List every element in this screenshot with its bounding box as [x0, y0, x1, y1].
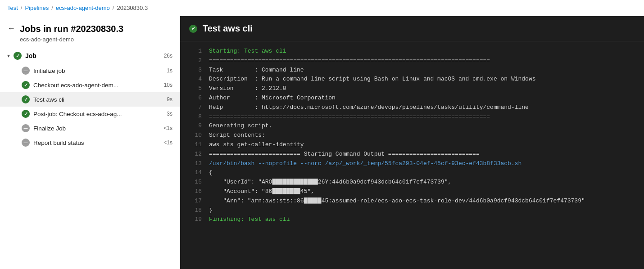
line-number: 5 — [187, 84, 202, 94]
job-group: ▾ Job 26s Initialize job 1s Checkout ecs… — [0, 48, 180, 150]
breadcrumb-run: 20230830.3 — [117, 4, 148, 11]
line-number: 14 — [187, 168, 202, 178]
job-item-duration: 10s — [164, 82, 172, 88]
job-group-duration: 26s — [164, 53, 172, 59]
line-content: Version : 2.212.0 — [209, 84, 286, 94]
log-line: 14{ — [180, 168, 644, 178]
line-content: /usr/bin/bash --noprofile --norc /azp/_w… — [209, 159, 522, 169]
job-item-name: Test aws cli — [33, 96, 163, 103]
line-number: 3 — [187, 66, 202, 75]
line-content: Finishing: Test aws cli — [209, 215, 290, 224]
line-content: ========================== Starting Comm… — [209, 150, 480, 159]
line-number: 4 — [187, 75, 202, 84]
job-item[interactable]: Checkout ecs-ado-agent-dem... 10s — [0, 78, 180, 92]
job-item-status-icon — [22, 110, 30, 118]
log-line: 8=======================================… — [180, 112, 644, 122]
job-item-name: Post-job: Checkout ecs-ado-ag... — [33, 111, 163, 117]
job-item-status-icon — [22, 81, 30, 89]
line-content: "Arn": "arn:aws:sts::86█████45:assumed-r… — [209, 197, 585, 206]
job-item-duration: 9s — [167, 96, 172, 103]
line-number: 13 — [187, 159, 202, 169]
line-number: 10 — [187, 131, 202, 140]
right-panel: Test aws cli 1Starting: Test aws cli2===… — [180, 16, 644, 269]
log-line: 17 "Arn": "arn:aws:sts::86█████45:assume… — [180, 197, 644, 206]
log-line: 5Version : 2.212.0 — [180, 84, 644, 94]
log-line: 9Generating script. — [180, 121, 644, 131]
job-item-duration: <1s — [163, 139, 172, 146]
line-content: "Account": "86████████45", — [209, 187, 314, 197]
line-number: 11 — [187, 140, 202, 150]
log-line: 15 "UserId": "ARO█████████████26Y:44d6b0… — [180, 178, 644, 187]
line-number: 17 — [187, 197, 202, 206]
chevron-down-icon: ▾ — [7, 53, 10, 59]
job-item-duration: <1s — [163, 125, 172, 131]
line-number: 7 — [187, 103, 202, 112]
terminal-status-icon — [189, 25, 197, 33]
line-number: 1 — [187, 47, 202, 56]
main-layout: ← Jobs in run #20230830.3 ecs-ado-agent-… — [0, 16, 644, 269]
breadcrumb-pipeline-name[interactable]: ecs-ado-agent-demo — [56, 4, 110, 11]
job-item[interactable]: Report build status <1s — [0, 135, 180, 150]
line-content: Help : https://docs.microsoft.com/azure/… — [209, 103, 529, 112]
line-number: 2 — [187, 56, 202, 66]
log-line: 7Help : https://docs.microsoft.com/azure… — [180, 103, 644, 112]
log-line: 11aws sts get-caller-identity — [180, 140, 644, 150]
line-content: Generating script. — [209, 121, 272, 131]
breadcrumb-pipelines[interactable]: Pipelines — [25, 4, 49, 11]
log-line: 6Author : Microsoft Corporation — [180, 94, 644, 103]
log-line: 13/usr/bin/bash --noprofile --norc /azp/… — [180, 159, 644, 169]
line-number: 9 — [187, 121, 202, 131]
breadcrumb-test[interactable]: Test — [7, 4, 18, 11]
line-content: aws sts get-caller-identity — [209, 140, 304, 150]
panel-subtitle: ecs-ado-agent-demo — [20, 36, 180, 48]
line-content: ========================================… — [209, 56, 490, 66]
left-panel: ← Jobs in run #20230830.3 ecs-ado-agent-… — [0, 16, 180, 269]
job-item-status-icon — [22, 95, 30, 103]
log-line: 3Task : Command line — [180, 66, 644, 75]
terminal-title: Test aws cli — [203, 23, 253, 34]
job-item-duration: 1s — [167, 67, 172, 74]
log-line: 4Description : Run a command line script… — [180, 75, 644, 84]
job-item-status-icon — [22, 67, 30, 75]
line-content: Author : Microsoft Corporation — [209, 94, 336, 103]
back-button[interactable]: ← — [7, 23, 15, 32]
log-line: 2=======================================… — [180, 56, 644, 66]
job-item-name: Initialize job — [33, 67, 163, 74]
job-item[interactable]: Finalize Job <1s — [0, 121, 180, 135]
log-line: 1Starting: Test aws cli — [180, 47, 644, 56]
log-line: 10Script contents: — [180, 131, 644, 140]
line-number: 18 — [187, 206, 202, 215]
job-item[interactable]: Post-job: Checkout ecs-ado-ag... 3s — [0, 107, 180, 121]
job-item-name: Report build status — [33, 139, 160, 146]
log-line: 12========================== Starting Co… — [180, 150, 644, 159]
line-content: Task : Command line — [209, 66, 304, 75]
job-item-status-icon — [22, 124, 30, 132]
page-title: Jobs in run #20230830.3 — [20, 23, 123, 34]
line-content: Description : Run a command line script … — [209, 75, 536, 84]
line-content: "UserId": "ARO█████████████26Y:44d6b0a9d… — [209, 178, 451, 187]
job-item[interactable]: Initialize job 1s — [0, 63, 180, 78]
panel-header: ← Jobs in run #20230830.3 — [0, 16, 180, 36]
terminal-header: Test aws cli — [180, 16, 644, 41]
job-items-list: Initialize job 1s Checkout ecs-ado-agent… — [0, 63, 180, 150]
breadcrumb: Test / Pipelines / ecs-ado-agent-demo / … — [0, 0, 644, 16]
log-line: 19Finishing: Test aws cli — [180, 215, 644, 224]
line-number: 16 — [187, 187, 202, 197]
job-status-icon — [14, 52, 22, 60]
job-item-duration: 3s — [167, 111, 172, 117]
terminal-body[interactable]: 1Starting: Test aws cli2================… — [180, 41, 644, 269]
job-group-header[interactable]: ▾ Job 26s — [0, 48, 180, 63]
log-line: 18} — [180, 206, 644, 215]
job-item-name: Finalize Job — [33, 125, 160, 132]
job-item-name: Checkout ecs-ado-agent-dem... — [33, 82, 160, 89]
line-content: ========================================… — [209, 112, 490, 122]
line-content: } — [209, 206, 213, 215]
line-number: 12 — [187, 150, 202, 159]
log-line: 16 "Account": "86████████45", — [180, 187, 644, 197]
line-number: 6 — [187, 94, 202, 103]
line-content: { — [209, 168, 213, 178]
line-content: Starting: Test aws cli — [209, 47, 286, 56]
job-item-status-icon — [22, 139, 30, 147]
job-item[interactable]: Test aws cli 9s — [0, 92, 180, 107]
line-number: 15 — [187, 178, 202, 187]
